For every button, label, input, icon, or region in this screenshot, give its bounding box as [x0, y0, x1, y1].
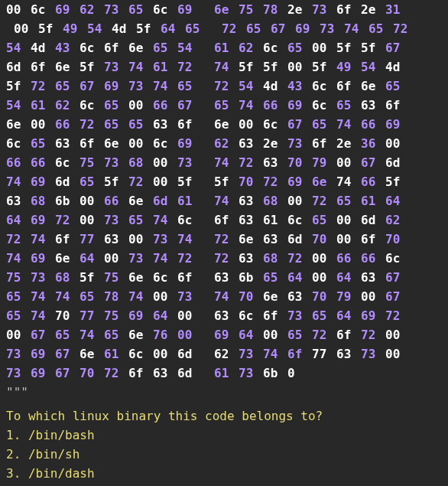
hex-byte: 73 [128, 249, 153, 268]
hex-byte: 6d [153, 191, 177, 210]
hex-byte: 00 [385, 134, 410, 153]
hex-byte: 70 [385, 230, 410, 249]
hex-byte: 72 [393, 19, 417, 38]
hex-byte: 76 [153, 325, 177, 344]
hex-byte: 73 [104, 0, 128, 19]
hex-byte: 6f [128, 364, 153, 383]
hex-byte: 49 [63, 19, 87, 38]
hex-byte: 69 [31, 210, 55, 230]
hex-byte: 6e [214, 0, 239, 19]
hex-byte: 5f [239, 57, 263, 77]
hex-byte: 5f [385, 172, 410, 191]
hex-byte: 67 [31, 325, 55, 344]
hex-byte: 00 [153, 172, 177, 191]
hex-byte: 75 [104, 268, 128, 287]
hex-byte: 62 [55, 96, 80, 115]
hex-byte: 6f [214, 210, 239, 230]
hex-byte: 61 [214, 38, 239, 57]
hex-byte: 00 [14, 19, 38, 38]
hex-byte: 54 [6, 38, 31, 57]
hex-byte: 72 [214, 230, 239, 249]
hex-byte: 64 [336, 268, 361, 287]
hex-byte: 67 [271, 19, 295, 38]
hex-byte: 66 [361, 249, 385, 268]
hex-byte: 72 [80, 115, 104, 134]
hex-byte: 5f [38, 19, 63, 38]
hex-byte: 66 [55, 115, 80, 134]
hex-byte: 63 [361, 268, 385, 287]
hex-byte: 63 [6, 191, 31, 210]
hex-byte: 66 [104, 191, 128, 210]
hex-byte: 00 [336, 230, 361, 249]
hex-byte: 6f [336, 0, 361, 19]
hex-row: 72746f7763007374726e636d70006f70 [6, 230, 442, 249]
hex-byte: 6f [177, 115, 202, 134]
hex-byte: 54 [87, 19, 112, 38]
hex-byte: 54 [361, 57, 385, 77]
hex-byte: 5f [263, 57, 287, 77]
hex-byte: 65 [312, 306, 336, 325]
hex-byte: 67 [385, 268, 410, 287]
hex-byte: 65 [385, 77, 410, 96]
hex-byte: 63 [239, 191, 263, 210]
hex-byte: 69 [55, 0, 80, 19]
hex-byte: 00 [153, 344, 177, 364]
hex-byte: 6e [6, 115, 31, 134]
hex-byte: 6e [239, 230, 263, 249]
hex-byte: 73 [6, 344, 31, 364]
hex-byte: 2e [336, 134, 361, 153]
hex-byte: 62 [80, 0, 104, 19]
hex-row: 6574707775696400636c6f7365646972 [6, 306, 442, 325]
hex-byte: 6e [80, 344, 104, 364]
hex-byte: 65 [55, 325, 80, 344]
hex-byte: 72 [361, 325, 385, 344]
hex-byte: 74 [153, 249, 177, 268]
hex-byte: 74 [239, 96, 263, 115]
hex-byte: 61 [31, 96, 55, 115]
hex-byte: 6c [128, 344, 153, 364]
hex-byte: 70 [55, 306, 80, 325]
hex-byte: 67 [287, 115, 312, 134]
hex-byte: 73 [104, 57, 128, 77]
hex-byte: 00 [128, 134, 153, 153]
hex-byte: 6f [336, 325, 361, 344]
hex-byte: 65 [55, 77, 80, 96]
hex-byte: 6f [263, 306, 287, 325]
hex-byte: 74 [344, 19, 368, 38]
hex-byte: 75 [6, 268, 31, 287]
hex-byte: 61 [153, 57, 177, 77]
hex-byte: 67 [177, 96, 202, 115]
hex-byte: 00 [6, 325, 31, 344]
hex-byte: 6c [177, 210, 202, 230]
hex-byte: 5f [80, 57, 104, 77]
hex-byte: 61 [263, 210, 287, 230]
hex-row: 006c696273656c696e75782e736f2e31 [6, 0, 442, 19]
hex-row: 00676574656e760069640065726f7200 [6, 325, 442, 344]
hex-byte: 6f [177, 268, 202, 287]
hex-byte: 65 [128, 115, 153, 134]
hex-byte: 74 [31, 287, 55, 306]
hex-byte: 6f [312, 134, 336, 153]
hex-byte: 62 [214, 344, 239, 364]
hex-byte: 62 [214, 134, 239, 153]
hex-byte: 69 [31, 364, 55, 383]
hex-byte: 36 [361, 134, 385, 153]
hex-row: 005f49544d5f64657265676973746572 [6, 19, 442, 38]
hex-byte: 65 [287, 325, 312, 344]
hex-byte: 6e [55, 57, 80, 77]
hex-byte: 64 [80, 249, 104, 268]
hex-byte: 69 [128, 306, 153, 325]
hex-byte: 73 [104, 153, 128, 172]
hex-byte: 67 [385, 287, 410, 306]
hex-byte: 00 [312, 249, 336, 268]
hex-byte: 00 [177, 306, 202, 325]
hex-byte: 74 [6, 249, 31, 268]
hex-byte: 00 [312, 38, 336, 57]
hex-byte: 74 [128, 287, 153, 306]
terminal-screen: 006c696273656c696e75782e736f2e31005f4954… [0, 0, 448, 486]
hex-byte: 74 [263, 344, 287, 364]
hex-byte: 64 [161, 19, 185, 38]
hex-byte: 72 [239, 153, 263, 172]
hex-byte: 68 [31, 191, 55, 210]
hex-byte: 73 [287, 306, 312, 325]
